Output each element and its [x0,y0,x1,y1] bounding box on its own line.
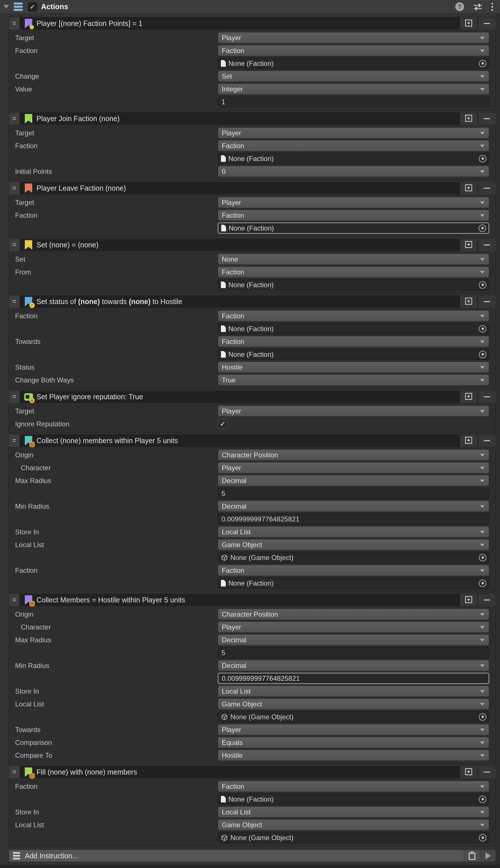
add-action-button[interactable] [459,766,477,778]
add-action-button[interactable] [459,391,477,403]
dropdown[interactable]: Game Object [218,819,489,830]
object-field[interactable]: None (Faction) [218,222,489,234]
drag-handle[interactable]: = [9,18,20,30]
object-picker-icon[interactable] [479,224,486,232]
object-field[interactable]: None (Faction) [218,279,489,290]
dropdown[interactable]: Faction [218,565,489,576]
object-picker-icon[interactable] [479,60,486,67]
dropdown[interactable]: Character Position [218,449,489,461]
action-header[interactable]: =[]Collect (none) members within Player … [9,435,496,447]
paste-button[interactable] [464,850,480,862]
add-action-button[interactable] [459,113,477,125]
kebab-menu-icon[interactable] [491,3,493,11]
dropdown[interactable]: Player [218,622,489,633]
object-picker-icon[interactable] [479,325,486,333]
foldout-arrow-icon[interactable] [3,5,9,9]
dropdown[interactable]: Faction [218,310,489,322]
add-action-button[interactable] [459,182,477,194]
text-input[interactable] [218,488,489,499]
dropdown[interactable]: Decimal [218,634,489,646]
dropdown[interactable]: 0 [218,166,489,177]
text-input[interactable] [218,513,489,525]
remove-action-button[interactable] [477,113,496,125]
drag-handle[interactable]: = [9,766,20,778]
dropdown[interactable]: Player [218,724,489,735]
remove-action-button[interactable] [477,594,496,606]
dropdown[interactable]: Player [218,127,489,139]
action-header[interactable]: =Player Join Faction (none) [9,113,496,125]
dropdown[interactable]: Local List [218,807,489,818]
object-picker-icon[interactable] [479,580,486,587]
object-field[interactable]: None (Faction) [218,323,489,334]
object-field[interactable]: None (Faction) [218,58,489,69]
dropdown[interactable]: Hostile [218,750,489,761]
action-header[interactable]: =Player [(none) Faction Points] = 1 [9,18,496,30]
add-instruction-button[interactable]: Add Instruction... [9,849,496,862]
remove-action-button[interactable] [477,435,496,447]
dropdown[interactable]: Equals [218,737,489,748]
object-field[interactable]: None (Game Object) [218,832,489,843]
drag-handle[interactable]: = [9,239,20,251]
object-field[interactable]: None (Faction) [218,153,489,164]
object-picker-icon[interactable] [479,834,486,842]
drag-handle[interactable]: = [9,594,20,606]
dropdown[interactable]: Player [218,405,489,417]
text-input[interactable] [218,647,489,658]
remove-action-button[interactable] [477,391,496,403]
remove-action-button[interactable] [477,182,496,194]
dropdown[interactable]: Faction [218,45,489,56]
action-header[interactable]: =×Set Player ignore reputation: True [9,391,496,403]
object-field[interactable]: None (Faction) [218,794,489,805]
object-picker-icon[interactable] [479,713,486,721]
drag-handle[interactable]: = [9,391,20,403]
object-field[interactable]: None (Game Object) [218,711,489,722]
checkbox[interactable]: ✓ [218,419,228,429]
dropdown[interactable]: Game Object [218,539,489,550]
remove-action-button[interactable] [477,239,496,251]
dropdown[interactable]: Character Position [218,609,489,620]
dropdown[interactable]: Player [218,197,489,208]
object-picker-icon[interactable] [479,796,486,803]
remove-action-button[interactable] [477,766,496,778]
dropdown[interactable]: Player [218,462,489,473]
action-header[interactable]: =✓Set status of (none) towards (none) to… [9,296,496,308]
object-picker-icon[interactable] [479,155,486,162]
play-button[interactable] [480,850,496,862]
add-action-button[interactable] [459,435,477,447]
action-header[interactable]: =Player Leave Faction (none) [9,182,496,194]
dropdown[interactable]: Player [218,32,489,43]
dropdown[interactable]: Local List [218,526,489,537]
dropdown[interactable]: Hostile [218,362,489,373]
dropdown[interactable]: Decimal [218,660,489,671]
component-enabled-checkbox[interactable]: ✓ [28,2,37,11]
dropdown[interactable]: Faction [218,781,489,792]
object-picker-icon[interactable] [479,554,486,562]
add-action-button[interactable] [459,296,477,308]
action-header[interactable]: =[]Fill (none) with (none) members [9,766,496,778]
dropdown[interactable]: Integer [218,83,489,95]
object-field[interactable]: None (Faction) [218,578,489,589]
text-input[interactable] [218,96,489,107]
dropdown[interactable]: Decimal [218,475,489,486]
text-input[interactable] [218,673,489,684]
drag-handle[interactable]: = [9,113,20,125]
dropdown[interactable]: Local List [218,686,489,697]
dropdown[interactable]: True [218,374,489,385]
object-field[interactable]: None (Game Object) [218,552,489,563]
object-picker-icon[interactable] [479,281,486,289]
add-action-button[interactable] [459,18,477,30]
action-header[interactable]: =Set (none) = (none) [9,239,496,251]
dropdown[interactable]: None [218,254,489,265]
add-action-button[interactable] [459,239,477,251]
dropdown[interactable]: Faction [218,266,489,278]
add-action-button[interactable] [459,594,477,606]
action-header[interactable]: =[]Collect Members = Hostile within Play… [9,594,496,606]
dropdown[interactable]: Faction [218,336,489,347]
remove-action-button[interactable] [477,18,496,30]
help-icon[interactable]: ? [455,2,464,11]
dropdown[interactable]: Faction [218,140,489,151]
drag-handle[interactable]: = [9,435,20,447]
drag-handle[interactable]: = [9,296,20,308]
dropdown[interactable]: Game Object [218,698,489,709]
dropdown[interactable]: Faction [218,210,489,221]
